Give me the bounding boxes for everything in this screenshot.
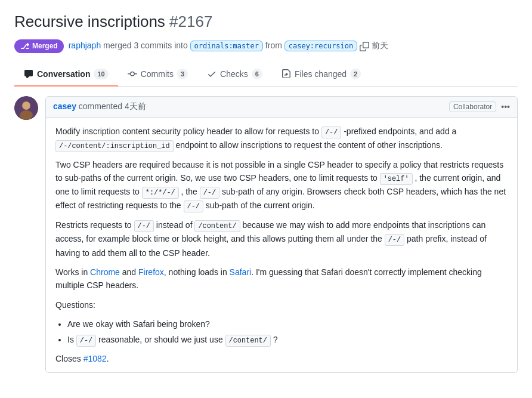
- tab-files-changed-count: 2: [350, 69, 361, 79]
- code-path-2: /-/: [184, 200, 203, 212]
- comment-author-area: casey commented 4天前: [53, 101, 146, 112]
- copy-icon[interactable]: [360, 42, 369, 51]
- closes-text: Closes #1082.: [55, 352, 508, 365]
- tab-conversation[interactable]: Conversation 10: [14, 63, 118, 87]
- list-item: Are we okay with Safari being broken?: [67, 317, 508, 331]
- questions-label: Questions:: [55, 298, 508, 311]
- file-diff-icon: [282, 69, 291, 79]
- avatar-image: [14, 96, 38, 120]
- tab-commits[interactable]: Commits 3: [118, 63, 197, 87]
- comment-body: Modify inscription content security poli…: [46, 118, 517, 372]
- comment-actions: Collaborator •••: [449, 101, 510, 112]
- comment-action: commented: [79, 101, 125, 111]
- from-text: from: [265, 41, 284, 50]
- target-branch[interactable]: ordinals:master: [190, 41, 263, 51]
- paragraph-3: Restricts requests to /-/ instead of /co…: [55, 218, 508, 259]
- check-icon: [207, 69, 216, 79]
- avatar-svg: [14, 96, 38, 120]
- comment-author-link[interactable]: casey: [53, 101, 76, 111]
- code-path-1: /-/: [200, 187, 219, 199]
- code-slash: /-/: [321, 127, 341, 138]
- tab-conversation-count: 10: [94, 69, 108, 79]
- collaborator-badge: Collaborator: [449, 101, 496, 112]
- list-item: Is /-/ reasonable, or should we just use…: [67, 333, 508, 347]
- pr-meta-text: raphjaph merged 3 commits into ordinals:…: [69, 41, 388, 51]
- paragraph-1: Modify inscription content security poli…: [55, 125, 508, 152]
- tab-commits-label: Commits: [141, 69, 174, 79]
- tab-checks-label: Checks: [220, 69, 248, 79]
- svg-point-3: [23, 102, 30, 109]
- comment-block: casey commented 4天前 Collaborator ••• Mod…: [14, 96, 518, 373]
- avatar: [14, 96, 38, 120]
- closes-link[interactable]: #1082: [83, 354, 107, 363]
- source-branch[interactable]: casey:recursion: [284, 41, 357, 51]
- code-endpoint: /-/content/:inscription_id: [55, 140, 174, 152]
- code-self: 'self': [380, 173, 413, 185]
- author-link[interactable]: raphjaph: [69, 41, 101, 50]
- safari-link: Safari: [230, 267, 252, 277]
- tab-checks-count: 6: [252, 69, 262, 79]
- paragraph-4: Works in Chrome and Firefox, nothing loa…: [55, 266, 508, 292]
- comments-section: casey commented 4天前 Collaborator ••• Mod…: [14, 87, 518, 392]
- firefox-link: Firefox: [138, 267, 164, 277]
- pr-meta: ⎇ Merged raphjaph merged 3 commits into …: [14, 39, 518, 53]
- merge-icon: ⎇: [20, 42, 29, 51]
- code-prefix-path: /-/: [385, 234, 404, 246]
- paragraph-2: Two CSP headers are required because it …: [55, 158, 508, 213]
- code-wildcard: *:/*/-/: [142, 187, 179, 199]
- pr-number: #2167: [169, 13, 212, 30]
- more-options-button[interactable]: •••: [501, 102, 510, 112]
- into-text: into: [174, 41, 190, 50]
- tab-files-changed[interactable]: Files changed 2: [272, 63, 370, 87]
- tab-conversation-label: Conversation: [37, 69, 90, 79]
- comment-icon: [24, 69, 33, 79]
- merged-label: Merged: [32, 42, 58, 50]
- tab-checks[interactable]: Checks 6: [197, 63, 272, 87]
- chrome-link: Chrome: [90, 267, 120, 277]
- pr-title-text: Recursive inscriptions: [14, 13, 165, 30]
- code-restrict-path: /-/: [134, 220, 154, 232]
- tab-commits-count: 3: [177, 69, 188, 79]
- comment-header: casey commented 4天前 Collaborator •••: [46, 97, 517, 118]
- code-content-path: /content/: [194, 220, 240, 232]
- code-question-path: /-/: [76, 335, 96, 347]
- code-question-content: /content/: [225, 335, 271, 347]
- comment-wrapper: casey commented 4天前 Collaborator ••• Mod…: [45, 96, 518, 373]
- pr-time: 前天: [372, 41, 388, 50]
- svg-point-2: [20, 110, 33, 120]
- comment-time: 4天前: [125, 101, 146, 111]
- merged-badge: ⎇ Merged: [14, 39, 64, 53]
- tabs-container: Conversation 10 Commits 3 Checks 6: [14, 63, 518, 87]
- action-text: merged: [103, 41, 134, 50]
- pr-title: Recursive inscriptions #2167: [14, 12, 518, 32]
- commits-count: 3 commits: [134, 41, 172, 50]
- git-commit-icon: [128, 69, 137, 79]
- questions-list: Are we okay with Safari being broken? Is…: [55, 317, 508, 347]
- question-1: Are we okay with Safari being broken?: [67, 319, 210, 329]
- tab-files-changed-label: Files changed: [295, 69, 347, 79]
